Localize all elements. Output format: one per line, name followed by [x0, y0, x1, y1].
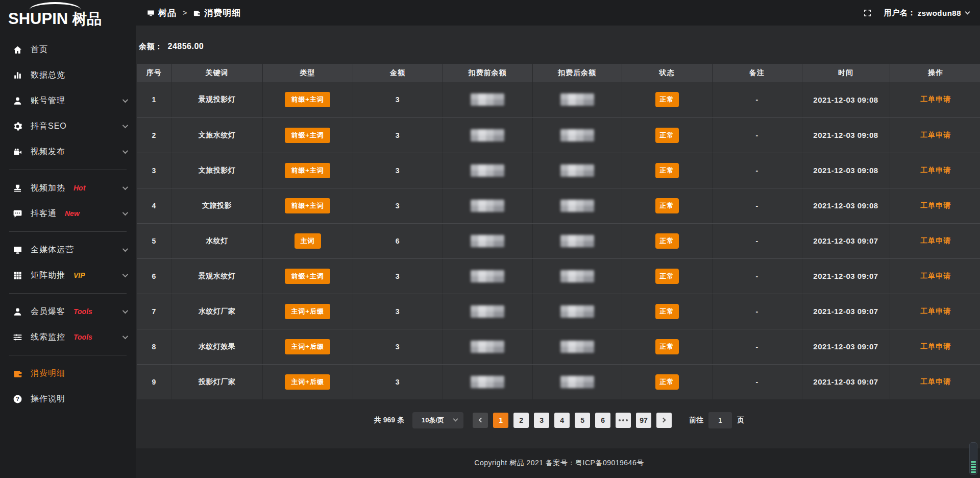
cell-balance-before — [443, 364, 532, 399]
redacted-balance-after — [560, 200, 594, 212]
logo-arc — [30, 2, 81, 17]
sidebar-item-video-heating[interactable]: 视频加热Hot — [0, 175, 136, 201]
cell-time: 2021-12-03 09:08 — [802, 188, 890, 223]
status-badge: 正常 — [655, 304, 679, 319]
app-logo[interactable]: SHUPIN 树品 — [0, 0, 136, 30]
column-header: 类型 — [262, 64, 353, 82]
sidebar-item-home[interactable]: 首页 — [0, 37, 136, 62]
cell-balance-before — [443, 117, 532, 153]
cell-keyword: 水纹灯效果 — [172, 329, 262, 364]
page-button-5[interactable]: 5 — [575, 413, 590, 428]
cell-balance-after — [532, 188, 622, 223]
cell-index: 7 — [137, 294, 172, 329]
cell-amount: 3 — [353, 364, 443, 399]
cell-balance-before — [443, 188, 532, 223]
sidebar-item-all-media-operation[interactable]: 全媒体运营 — [0, 237, 136, 262]
sidebar-item-operation-guide[interactable]: ?操作说明 — [0, 386, 136, 412]
column-header: 操作 — [890, 64, 980, 82]
member-icon — [12, 306, 22, 317]
sliders-icon — [12, 332, 22, 342]
redacted-balance-after — [560, 376, 594, 388]
sidebar-item-badge: Hot — [74, 184, 85, 192]
sidebar-item-consumption-detail[interactable]: 消费明细 — [0, 361, 136, 386]
next-page-button[interactable] — [656, 413, 672, 428]
cell-status: 正常 — [622, 294, 712, 329]
status-badge: 正常 — [655, 128, 679, 143]
sidebar-item-douyin-seo[interactable]: 抖音SEO — [0, 113, 136, 139]
page-button-97[interactable]: 97 — [636, 413, 651, 428]
grid-icon — [12, 270, 22, 280]
ticket-apply-link[interactable]: 工单申请 — [920, 377, 951, 386]
ticket-apply-link[interactable]: 工单申请 — [920, 201, 951, 209]
sidebar-item-account-management[interactable]: 账号管理 — [0, 88, 136, 113]
ticket-apply-link[interactable]: 工单申请 — [920, 131, 951, 139]
table-row: 6 景观水纹灯 前缀+主词 3 正常 - 2021-12-03 09:07 工单… — [137, 258, 980, 294]
ticket-apply-link[interactable]: 工单申请 — [920, 236, 951, 245]
username-value: zswodun88 — [918, 9, 961, 17]
ticket-apply-link[interactable]: 工单申请 — [920, 166, 951, 174]
fullscreen-button[interactable] — [863, 9, 872, 17]
type-badge: 主词 — [295, 233, 321, 249]
sidebar-divider — [9, 170, 127, 170]
cell-index: 9 — [137, 364, 172, 399]
sidebar-item-label: 视频发布 — [31, 147, 65, 157]
prev-page-button[interactable] — [473, 413, 488, 428]
sidebar-item-clue-monitor[interactable]: 线索监控Tools — [0, 324, 136, 350]
status-badge: 正常 — [655, 92, 679, 107]
sidebar-item-video-publish[interactable]: 视频发布 — [0, 139, 136, 164]
cell-status: 正常 — [622, 82, 712, 117]
cell-time: 2021-12-03 09:07 — [802, 329, 890, 364]
type-badge: 主词+后缀 — [285, 304, 330, 319]
page-button-1[interactable]: 1 — [493, 413, 508, 428]
sidebar-item-matrix-boost[interactable]: 矩阵助推VIP — [0, 262, 136, 288]
cell-amount: 3 — [353, 294, 443, 329]
redacted-balance-before — [471, 270, 504, 282]
page-size-select[interactable]: 10条/页 — [412, 412, 463, 428]
breadcrumb-item-app[interactable]: 树品 — [147, 7, 177, 19]
home-icon — [12, 44, 22, 55]
cell-note: - — [712, 153, 802, 188]
sidebar-item-member-baoke[interactable]: 会员爆客Tools — [0, 299, 136, 324]
goto-page-input[interactable] — [708, 412, 732, 428]
sidebar-item-label: 消费明细 — [31, 368, 65, 379]
ticket-apply-link[interactable]: 工单申请 — [920, 95, 951, 103]
username-dropdown[interactable]: 用户名： zswodun88 — [884, 8, 969, 18]
page-button-2[interactable]: 2 — [513, 413, 529, 428]
page-button-6[interactable]: 6 — [595, 413, 610, 428]
cell-amount: 3 — [353, 82, 443, 117]
sidebar-item-badge: Tools — [74, 333, 92, 341]
cell-time: 2021-12-03 09:08 — [802, 82, 890, 117]
ticket-apply-link[interactable]: 工单申请 — [920, 307, 951, 315]
redacted-balance-after — [560, 305, 594, 318]
redacted-balance-after — [560, 93, 594, 106]
main-area: 树品 > 消费明细 用户名： zswodun88 — [136, 0, 980, 478]
ticket-apply-link[interactable]: 工单申请 — [920, 272, 951, 280]
ticket-apply-link[interactable]: 工单申请 — [920, 342, 951, 350]
cell-status: 正常 — [622, 258, 712, 294]
status-badge: 正常 — [655, 163, 679, 178]
status-badge: 正常 — [655, 374, 679, 390]
cell-index: 6 — [137, 258, 172, 294]
cell-balance-after — [532, 82, 622, 117]
table-row: 4 文旅投影 前缀+主词 3 正常 - 2021-12-03 09:08 工单申… — [137, 188, 980, 223]
goto-page: 前往 页 — [689, 412, 744, 428]
breadcrumb-item-current[interactable]: 消费明细 — [193, 7, 241, 19]
sidebar-item-data-overview[interactable]: 数据总览 — [0, 62, 136, 88]
cell-time: 2021-12-03 09:07 — [802, 258, 890, 294]
more-pages-button[interactable] — [616, 413, 631, 428]
username-label: 用户名： — [884, 8, 916, 18]
sidebar-item-badge: New — [65, 209, 80, 218]
pagination: 共 969 条 10条/页 12345697 前往 页 — [137, 411, 980, 429]
pagination-total: 共 969 条 — [374, 416, 404, 425]
sidebar-item-label: 视频加热 — [31, 183, 65, 194]
page-button-4[interactable]: 4 — [554, 413, 570, 428]
sidebar-item-label: 会员爆客 — [31, 306, 65, 317]
breadcrumb-current-label: 消费明细 — [204, 7, 241, 19]
column-header: 金额 — [353, 64, 443, 82]
cell-time: 2021-12-03 09:08 — [802, 117, 890, 153]
balance: 余额：24856.00 — [139, 42, 980, 52]
table-header-row: 序号关键词类型金额扣费前余额扣费后余额状态备注时间操作 — [137, 64, 980, 82]
sidebar-item-douketong[interactable]: 抖客通New — [0, 201, 136, 226]
page-button-3[interactable]: 3 — [534, 413, 549, 428]
footer: Copyright 树品 2021 备案号：粤ICP备09019646号 — [136, 448, 980, 478]
